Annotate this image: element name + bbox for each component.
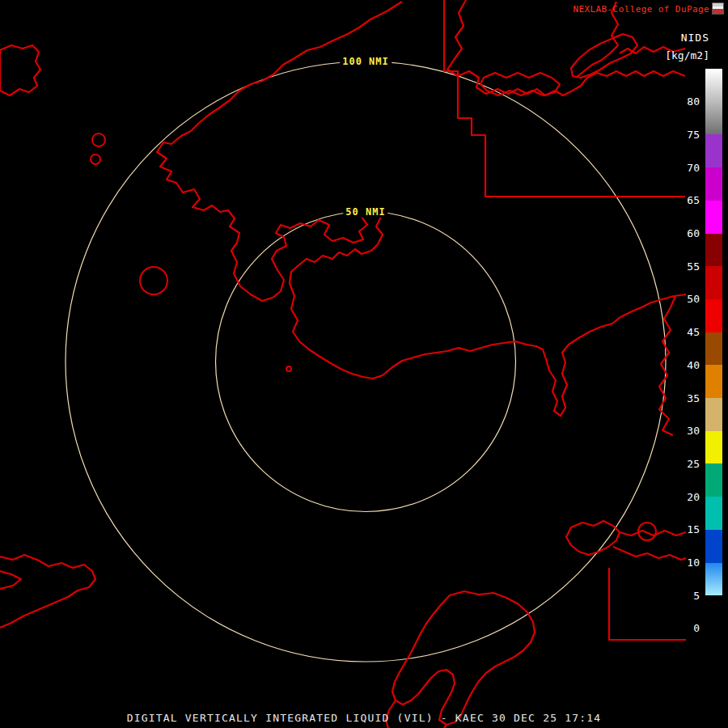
coastline-path-9 [0,45,40,95]
range-ring-50nmi [216,212,516,512]
colorbar-tick-30: 30 [667,425,700,437]
coastline-path-2 [444,0,685,197]
colorbar-tick-70: 70 [667,162,700,174]
coastline-path-3 [447,0,466,70]
range-ring-label-50: 50 NMI [343,206,387,218]
colorbar-tick-20: 20 [667,491,700,503]
colorbar-segment-75-80 [705,102,722,135]
colorbar-segment-45-50 [705,299,722,332]
island-outline-1 [91,154,100,164]
colorbar-segment-25-30 [705,431,722,464]
colorbar-segment-5-10 [705,563,722,596]
brand-text: NEXLAB-College of DuPage [573,4,709,15]
coastline-path-5 [480,73,560,95]
coastline-path-11 [0,571,21,589]
colorbar-segment-40-45 [705,332,722,366]
colorbar-segment-80-85 [705,69,722,102]
colorbar-tick-45: 45 [667,326,700,338]
colorbar-segment-70-75 [705,134,722,167]
coastline-path-0 [157,2,686,416]
colorbar-tick-50: 50 [667,293,700,305]
coastline-path-4 [447,70,685,95]
colorbar-segment-55-60 [705,234,722,267]
range-ring-100nmi [66,61,666,662]
colorbar-segment-20-25 [705,463,722,497]
colorbar-tick-40: 40 [667,359,700,371]
colorbar-tick-55: 55 [667,260,700,273]
radar-map [0,0,728,728]
product-status-text: DIGITAL VERTICALLY INTEGRATED LIQUID (VI… [0,712,728,724]
colorbar-tick-25: 25 [667,458,700,470]
colorbar-segment-60-65 [705,201,722,234]
colorbar-tick-75: 75 [667,129,700,141]
island-outline-2 [140,267,167,294]
colorbar-tick-65: 65 [667,194,700,206]
colorbar-segment-35-40 [705,365,722,398]
colorbar-tick-35: 35 [667,392,700,404]
island-outline-3 [286,366,291,371]
colorbar-tick-0: 0 [667,622,700,634]
colorbar-segment-0-5 [705,595,722,629]
colorbar-segment-65-70 [705,167,722,201]
colorbar-segment-10-15 [705,530,722,563]
range-ring-label-100: 100 NMI [340,56,392,67]
brand-logo-icon [713,3,723,14]
island-outline-0 [92,133,105,146]
coastline-path-14 [566,521,620,555]
coastline-path-7 [571,34,637,78]
colorbar-segment-30-35 [705,398,722,431]
colorbar-segment-50-55 [705,266,722,299]
colorbar-segment-15-20 [705,497,722,530]
colorbar-tick-80: 80 [667,95,700,108]
scale-title: NIDS [681,32,709,44]
radar-display: 100 NMI50 NMI NEXLAB-College of DuPage N… [0,0,728,728]
colorbar-segment-<0 [705,629,722,645]
colorbar-tick-60: 60 [667,227,700,239]
colorbar-tick-10: 10 [667,557,700,569]
scale-units-label: [kg/m2] [665,49,709,61]
coastline-path-10 [0,555,95,628]
colorbar-tick-15: 15 [667,523,700,535]
colorbar-tick-5: 5 [667,590,700,602]
